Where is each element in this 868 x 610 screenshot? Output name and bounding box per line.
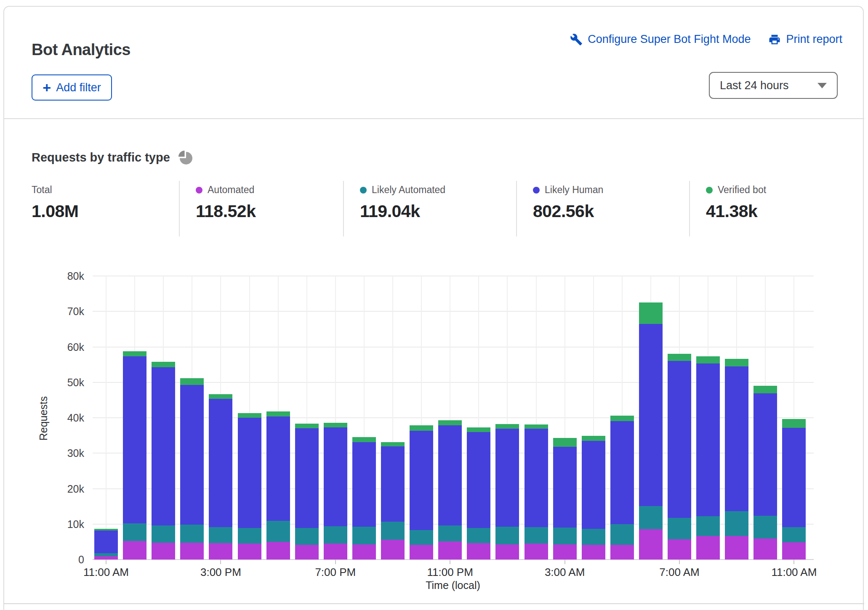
bar-segment-likely-automated[interactable] bbox=[324, 526, 347, 544]
bar-segment-likely-automated[interactable] bbox=[553, 528, 577, 544]
bar-segment-verified-bot[interactable] bbox=[352, 437, 376, 442]
bar-segment-likely-automated[interactable] bbox=[668, 518, 691, 539]
bar-segment-likely-human[interactable] bbox=[238, 418, 261, 528]
bar-segment-verified-bot[interactable] bbox=[553, 438, 577, 447]
bar-segment-likely-human[interactable] bbox=[696, 363, 720, 516]
bar-segment-verified-bot[interactable] bbox=[266, 411, 290, 417]
bar-segment-verified-bot[interactable] bbox=[324, 423, 347, 427]
bar-segment-likely-human[interactable] bbox=[438, 425, 462, 525]
bar-segment-verified-bot[interactable] bbox=[238, 413, 261, 418]
bar-segment-likely-human[interactable] bbox=[352, 442, 376, 527]
bar-segment-likely-automated[interactable] bbox=[438, 525, 462, 541]
bar-segment-automated[interactable] bbox=[782, 542, 806, 560]
bar-segment-likely-automated[interactable] bbox=[410, 530, 433, 545]
bar-segment-verified-bot[interactable] bbox=[209, 394, 232, 399]
bar-segment-automated[interactable] bbox=[324, 544, 347, 560]
bar-segment-automated[interactable] bbox=[123, 541, 146, 560]
bar-segment-automated[interactable] bbox=[553, 544, 577, 560]
bar-segment-automated[interactable] bbox=[754, 538, 777, 560]
bar-segment-verified-bot[interactable] bbox=[438, 420, 462, 425]
bar-segment-likely-automated[interactable] bbox=[123, 523, 146, 541]
bar-segment-verified-bot[interactable] bbox=[410, 425, 433, 431]
bar-segment-likely-human[interactable] bbox=[525, 429, 548, 527]
bar-segment-automated[interactable] bbox=[381, 540, 405, 560]
bar-segment-verified-bot[interactable] bbox=[725, 359, 748, 366]
bar-segment-likely-human[interactable] bbox=[782, 428, 806, 527]
bar-segment-verified-bot[interactable] bbox=[467, 427, 490, 432]
bar-segment-automated[interactable] bbox=[410, 545, 433, 560]
bar-segment-verified-bot[interactable] bbox=[94, 529, 118, 530]
bar-segment-automated[interactable] bbox=[696, 536, 720, 560]
bar-segment-verified-bot[interactable] bbox=[782, 419, 806, 428]
bar-segment-automated[interactable] bbox=[266, 542, 290, 560]
bar-segment-likely-automated[interactable] bbox=[180, 525, 204, 543]
bar-segment-likely-automated[interactable] bbox=[152, 525, 175, 542]
bar-segment-automated[interactable] bbox=[438, 541, 462, 560]
bar-segment-automated[interactable] bbox=[582, 545, 605, 560]
bar-segment-likely-human[interactable] bbox=[410, 431, 433, 530]
bar-segment-likely-automated[interactable] bbox=[582, 529, 605, 545]
bar-segment-automated[interactable] bbox=[668, 539, 691, 560]
bar-segment-likely-automated[interactable] bbox=[696, 516, 720, 536]
bar-segment-automated[interactable] bbox=[295, 545, 319, 560]
bar-segment-likely-human[interactable] bbox=[152, 367, 175, 525]
bar-segment-likely-automated[interactable] bbox=[295, 528, 319, 545]
bar-segment-verified-bot[interactable] bbox=[381, 442, 405, 446]
bar-segment-likely-automated[interactable] bbox=[209, 527, 232, 543]
bar-segment-likely-human[interactable] bbox=[381, 446, 405, 522]
bar-segment-likely-automated[interactable] bbox=[467, 528, 490, 543]
bar-segment-automated[interactable] bbox=[525, 544, 548, 560]
bar-segment-likely-automated[interactable] bbox=[639, 506, 663, 530]
bar-segment-verified-bot[interactable] bbox=[525, 424, 548, 429]
bar-segment-automated[interactable] bbox=[725, 536, 748, 560]
bar-segment-likely-automated[interactable] bbox=[754, 516, 777, 538]
bar-segment-automated[interactable] bbox=[352, 544, 376, 560]
bar-segment-likely-automated[interactable] bbox=[525, 527, 548, 544]
bar-segment-automated[interactable] bbox=[94, 556, 118, 560]
bar-segment-likely-human[interactable] bbox=[266, 416, 290, 521]
bar-segment-likely-automated[interactable] bbox=[266, 521, 290, 542]
bar-segment-likely-human[interactable] bbox=[553, 447, 577, 528]
bar-segment-verified-bot[interactable] bbox=[696, 356, 720, 363]
bar-segment-verified-bot[interactable] bbox=[495, 424, 519, 429]
bar-segment-likely-automated[interactable] bbox=[94, 553, 118, 557]
bar-segment-automated[interactable] bbox=[152, 543, 175, 560]
bar-segment-likely-human[interactable] bbox=[467, 432, 490, 528]
bar-segment-verified-bot[interactable] bbox=[180, 378, 204, 385]
bar-segment-likely-automated[interactable] bbox=[610, 524, 634, 545]
bar-segment-verified-bot[interactable] bbox=[295, 424, 319, 428]
bar-segment-automated[interactable] bbox=[639, 529, 663, 560]
bar-segment-verified-bot[interactable] bbox=[582, 436, 605, 441]
bar-segment-likely-human[interactable] bbox=[295, 428, 319, 528]
bar-segment-verified-bot[interactable] bbox=[123, 351, 146, 356]
bar-segment-likely-automated[interactable] bbox=[352, 527, 376, 544]
bar-segment-verified-bot[interactable] bbox=[152, 362, 175, 367]
bar-segment-likely-human[interactable] bbox=[495, 429, 519, 527]
bar-segment-likely-human[interactable] bbox=[754, 393, 777, 516]
bar-segment-likely-human[interactable] bbox=[180, 385, 204, 524]
bar-segment-likely-human[interactable] bbox=[725, 366, 748, 511]
bar-segment-likely-human[interactable] bbox=[209, 399, 232, 527]
bar-segment-automated[interactable] bbox=[495, 544, 519, 560]
bar-segment-likely-human[interactable] bbox=[610, 421, 634, 524]
bar-segment-likely-human[interactable] bbox=[94, 530, 118, 553]
bar-segment-likely-human[interactable] bbox=[582, 441, 605, 529]
bar-segment-likely-automated[interactable] bbox=[495, 527, 519, 544]
bar-segment-verified-bot[interactable] bbox=[639, 302, 663, 324]
bar-segment-likely-automated[interactable] bbox=[381, 522, 405, 540]
bar-segment-likely-automated[interactable] bbox=[725, 511, 748, 536]
bar-segment-likely-human[interactable] bbox=[639, 324, 663, 506]
bar-segment-likely-human[interactable] bbox=[123, 356, 146, 523]
bar-segment-automated[interactable] bbox=[610, 545, 634, 560]
bar-segment-likely-human[interactable] bbox=[324, 427, 347, 526]
bar-segment-automated[interactable] bbox=[238, 544, 261, 560]
bar-segment-verified-bot[interactable] bbox=[610, 416, 634, 421]
bar-segment-automated[interactable] bbox=[180, 543, 204, 560]
bar-segment-likely-automated[interactable] bbox=[238, 528, 261, 544]
bar-segment-likely-automated[interactable] bbox=[782, 527, 806, 542]
bar-segment-likely-human[interactable] bbox=[668, 361, 691, 518]
bar-segment-verified-bot[interactable] bbox=[668, 354, 691, 361]
bar-segment-automated[interactable] bbox=[209, 543, 232, 560]
bar-segment-verified-bot[interactable] bbox=[754, 386, 777, 393]
bar-segment-automated[interactable] bbox=[467, 543, 490, 560]
